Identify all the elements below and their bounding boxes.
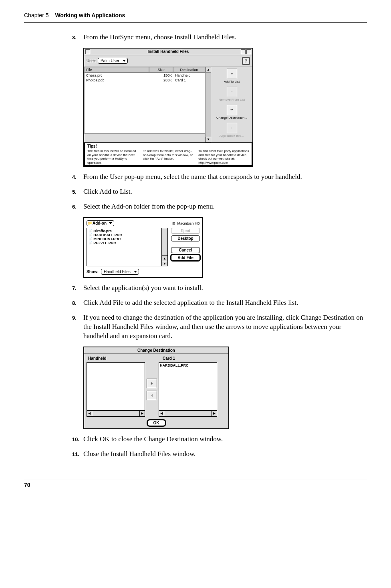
step-8: 8. Click Add File to add the selected ap… [72,298,367,308]
list-header: File Size Destination [84,67,205,73]
folder-popup[interactable]: Add-on [87,220,114,226]
destination-main: ◀ ▶ HARDBALL.PRC [87,362,226,417]
file-dest: Handheld [173,73,203,77]
step-number: 7. [72,284,83,293]
step-text: Select the application(s) you want to in… [83,284,203,293]
tip-text: To add files to this list, either drag-a… [143,149,194,164]
picker-file-list[interactable]: Giraffe.prc HARDBALL.PRC MINEHUNT.PRC PU… [87,228,168,266]
list-item[interactable]: Chess.prc 150K Handheld [85,73,205,78]
help-icon[interactable]: ? [242,57,250,65]
scroll-up-icon[interactable]: ▲ [206,67,211,73]
button-label: Remove From List [213,98,251,101]
picker-main: Giraffe.prc HARDBALL.PRC MINEHUNT.PRC PU… [87,228,200,266]
step-5: 5. Click Add to List. [72,187,367,197]
move-left-button[interactable] [147,391,157,400]
col-card-label: Card 1 [148,356,226,361]
scroll-right-icon[interactable]: ▶ [212,411,217,416]
scroll-left-icon[interactable]: ◀ [87,411,92,416]
file-dest: Card 1 [173,78,203,82]
desktop-button[interactable]: Desktop [171,235,200,241]
step-number: 8. [72,298,83,308]
scroll-down-icon[interactable]: ▼ [162,261,167,266]
step-11: 11. Close the Install Handheld Files win… [72,450,367,459]
chevron-right-icon [149,381,155,386]
list-item[interactable]: HARDBALL.PRC [87,233,167,237]
remove-from-list-button: − Remove From List [213,87,251,101]
scroll-down-icon[interactable]: ▼ [206,137,211,142]
step-4: 4. From the User pop-up menu, select the… [72,172,367,182]
col-file: File [84,67,149,73]
move-right-button[interactable] [147,379,157,388]
h-scrollbar[interactable]: ◀ ▶ [87,410,145,416]
ok-button[interactable]: OK [147,420,165,426]
step-number: 3. [72,33,83,42]
picker-buttons: Eject Desktop Cancel Add File [171,228,200,266]
list-item[interactable]: HARDBALL.PRC [160,363,216,367]
step-text: If you need to change the destination of… [83,313,367,341]
h-scrollbar[interactable]: ◀ ▶ [159,410,217,416]
col-handheld-label: Handheld [87,356,148,361]
user-popup[interactable]: Palm User [98,58,128,64]
step-text: From the User pop-up menu, select the na… [83,172,302,182]
list-item[interactable]: PUZZLE.PRC [87,241,167,245]
collapse-icon[interactable] [246,49,251,54]
add-file-button[interactable]: Add File [171,255,200,261]
scroll-up-icon[interactable]: ▲ [162,255,167,261]
show-row: Show: Handheld Files [87,269,200,275]
dialog-title: Change Destination [84,347,228,354]
picker-top: Add-on Macintosh HD [87,220,200,226]
page-number: 70 [24,482,30,488]
page-footer: 70 [24,479,367,488]
window-titlebar: Install Handheld Files [84,49,252,55]
figure-file-picker: Add-on Macintosh HD Giraffe.prc HARDBALL… [83,217,367,278]
list-item[interactable]: MINEHUNT.PRC [87,237,167,241]
figure-change-destination: Change Destination Handheld Card 1 ◀ ▶ [83,347,367,429]
install-body: File Size Destination Chess.prc 150K Han… [84,67,252,142]
ok-row: OK [87,420,226,426]
step-text: Click Add File to add the selected appli… [83,298,298,308]
install-window: Install Handheld Files User: Palm User ?… [83,48,253,167]
tips-panel: Tips! The files in this list will be ins… [84,142,252,166]
picker-scrollbar[interactable]: ▲ ▼ [161,228,167,266]
page-header: Chapter 5 Working with Applications [24,12,367,23]
list-item[interactable]: Photos.pdb 263K Card 1 [85,78,205,83]
col-size: Size [149,67,173,73]
scroll-left-icon[interactable]: ◀ [159,411,164,416]
tips-title: Tips! [87,144,249,148]
step-number: 11. [72,450,83,459]
chapter-title: Working with Applications [55,12,125,18]
file-name: Photos.pdb [86,78,152,82]
remove-icon: − [227,87,237,97]
window-controls [241,49,251,54]
scroll-right-icon[interactable]: ▶ [139,411,145,416]
file-name: Chess.prc [86,73,152,77]
step-text: Click Add to List. [83,187,132,197]
button-label: Change Destination... [213,116,251,120]
file-size: 263K [152,78,173,82]
sidebar: ＋ Add To List − Remove From List ⇄ Chang… [211,67,252,142]
change-destination-button[interactable]: ⇄ Change Destination... [213,105,251,120]
file-list[interactable]: Chess.prc 150K Handheld Photos.pdb 263K … [84,73,205,134]
card-list[interactable]: HARDBALL.PRC ◀ ▶ [159,362,217,417]
drive-label: Macintosh HD [172,221,200,225]
info-icon: i [227,123,237,133]
zoom-icon[interactable] [241,49,246,54]
move-arrows [147,379,157,400]
show-label: Show: [87,270,99,274]
step-10: 10. Click OK to close the Change Destina… [72,435,367,444]
step-number: 10. [72,435,83,444]
step-text: Close the Install Handheld Files window. [83,450,196,459]
window-title: Install Handheld Files [148,49,189,54]
step-number: 5. [72,187,83,197]
list-scrollbar[interactable]: ▲ ▼ [205,67,211,142]
step-number: 6. [72,202,83,211]
list-item[interactable]: Giraffe.prc [87,229,167,233]
button-label: Application Info... [213,134,251,138]
step-text: Select the Add-on folder from the pop-up… [83,202,215,211]
cancel-button[interactable]: Cancel [171,247,200,253]
show-popup[interactable]: Handheld Files [101,269,139,275]
close-icon[interactable] [85,49,90,54]
handheld-list[interactable]: ◀ ▶ [87,362,145,417]
chevron-left-icon [149,393,155,398]
add-to-list-button[interactable]: ＋ Add To List [213,69,251,83]
